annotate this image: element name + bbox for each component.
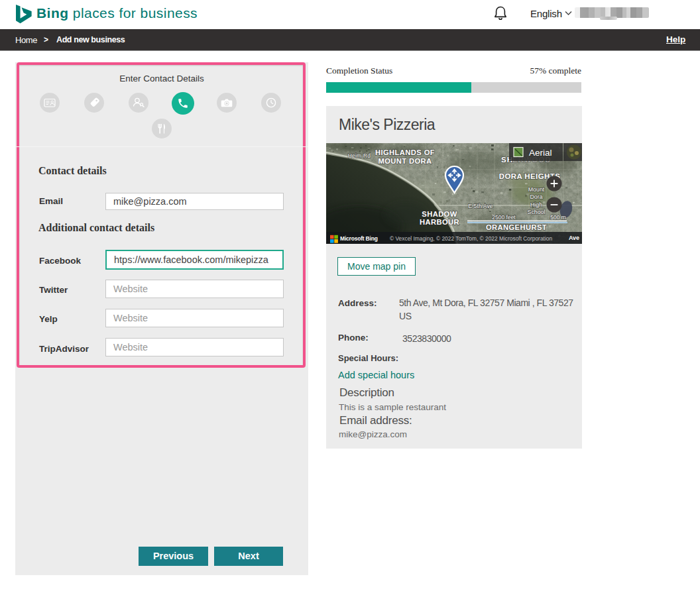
svg-text:SHADOW: SHADOW [422, 210, 457, 218]
svg-text:E 5th Ave: E 5th Ave [468, 203, 493, 209]
svg-text:Ave: Ave [569, 235, 579, 241]
svg-text:Heim Rd: Heim Rd [348, 152, 371, 159]
svg-text:500 m: 500 m [550, 214, 566, 221]
svg-text:School: School [528, 209, 546, 215]
svg-text:ORANGEHURST: ORANGEHURST [486, 223, 547, 231]
svg-text:HARBOUR: HARBOUR [420, 218, 459, 226]
svg-text:2500 feet: 2500 feet [492, 214, 516, 221]
svg-text:Mount: Mount [528, 186, 545, 193]
svg-text:© Vexcel Imaging, © 2022 TomTo: © Vexcel Imaging, © 2022 TomTom, © 2022 … [390, 235, 552, 242]
svg-text:High: High [530, 201, 542, 208]
svg-text:MOUNT DORA: MOUNT DORA [378, 157, 432, 165]
svg-text:Dora: Dora [530, 193, 542, 200]
svg-text:Aerial: Aerial [529, 148, 552, 158]
svg-text:HIGHLANDS OF: HIGHLANDS OF [375, 148, 435, 156]
svg-text:Microsoft Bing: Microsoft Bing [340, 235, 378, 242]
